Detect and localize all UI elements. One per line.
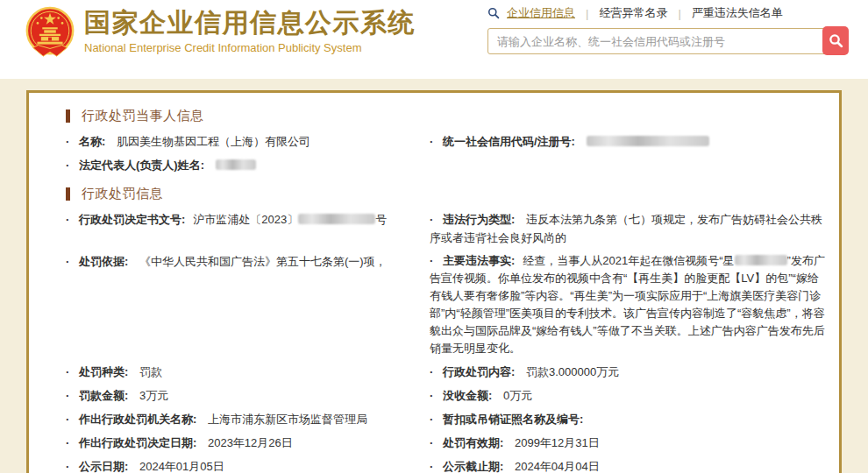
field-label: 统一社会信用代码/注册号: bbox=[443, 135, 575, 148]
field-value: 2023年12月26日 bbox=[208, 436, 293, 449]
field-value-suffix: 号 bbox=[375, 213, 387, 226]
site-header: 国家企业信用信息公示系统 National Enterprise Credit … bbox=[0, 0, 868, 79]
field-label: 暂扣或吊销证照名称及编号: bbox=[443, 413, 583, 426]
field-label: 公示截止期: bbox=[443, 460, 503, 473]
section-party: 行政处罚当事人信息 bbox=[66, 109, 830, 123]
field-fine-amount: 罚款金额: 3万元 bbox=[66, 386, 430, 405]
field-label: 没收金额: bbox=[443, 389, 492, 402]
search-input[interactable] bbox=[487, 28, 828, 54]
section-title-party: 行政处罚当事人信息 bbox=[82, 108, 204, 124]
field-row: 罚款金额: 3万元 没收金额: 0万元 bbox=[66, 386, 830, 405]
section-marker bbox=[66, 187, 70, 201]
field-row: 处罚依据: 《中华人民共和国广告法》第五十七条第(一)项， 主要违法事实:经查，… bbox=[66, 252, 830, 357]
field-row: 行政处罚决定书文号:沪市监浦处〔2023〕号 违法行为类型: 违反本法第九条第（… bbox=[66, 210, 830, 247]
field-penalty-basis: 处罚依据: 《中华人民共和国广告法》第五十七条第(一)项， bbox=[66, 252, 430, 357]
field-label: 名称: bbox=[79, 135, 105, 148]
national-emblem-icon bbox=[23, 5, 77, 61]
field-value: 罚款3.000000万元 bbox=[526, 365, 619, 378]
redacted-value bbox=[735, 255, 787, 265]
field-value: 2024年04月04日 bbox=[515, 460, 600, 473]
field-value: 0万元 bbox=[503, 389, 532, 402]
field-penalty-type: 处罚种类: 罚款 bbox=[66, 363, 430, 381]
field-value: 肌因美生物基因工程（上海）有限公司 bbox=[117, 135, 310, 148]
field-label: 法定代表人(负责人)姓名: bbox=[79, 159, 204, 172]
brand: 国家企业信用信息公示系统 National Enterprise Credit … bbox=[23, 5, 416, 61]
field-publicity-deadline: 公示截止期: 2024年04月04日 bbox=[430, 457, 830, 473]
section-marker bbox=[66, 109, 70, 123]
field-label: 违法行为类型: bbox=[443, 213, 515, 226]
field-penalty-content: 行政处罚内容: 罚款3.000000万元 bbox=[430, 363, 830, 381]
top-nav: 企业信用信息 | 经营异常名录 | 严重违法失信名单 bbox=[487, 4, 849, 22]
field-row: 公示日期: 2024年01月05日 公示截止期: 2024年04月04日 bbox=[66, 457, 830, 473]
field-label: 处罚种类: bbox=[79, 365, 128, 378]
section-title-penalty: 行政处罚信息 bbox=[82, 186, 163, 202]
nav-separator: | bbox=[586, 7, 588, 20]
search-button[interactable] bbox=[822, 26, 849, 55]
field-row: 作出行政处罚决定日期: 2023年12月26日 处罚有效期: 2099年12月3… bbox=[66, 434, 830, 452]
nav-serious-violation-list[interactable]: 严重违法失信名单 bbox=[692, 5, 783, 21]
field-credit-code: 统一社会信用代码/注册号: bbox=[430, 132, 830, 151]
field-confiscation-amount: 没收金额: 0万元 bbox=[430, 386, 830, 405]
field-violation-type: 违法行为类型: 违反本法第九条第（七）项规定，发布广告妨碍社会公共秩序或者违背社… bbox=[430, 210, 830, 247]
field-decision-number: 行政处罚决定书文号:沪市监浦处〔2023〕号 bbox=[66, 210, 430, 247]
site-subtitle: National Enterprise Credit Information P… bbox=[84, 41, 416, 54]
field-label: 公示日期: bbox=[79, 460, 128, 473]
field-value: 2099年12月31日 bbox=[515, 436, 600, 449]
field-row: 法定代表人(负责人)姓名: bbox=[66, 156, 830, 174]
nav-separator: | bbox=[678, 7, 680, 20]
field-value-suffix: ”发布广告宣传视频。你单位发布的视频中含有“【再生美】的脸更配【LV】的包”“嫁… bbox=[430, 254, 825, 355]
field-value: 《中华人民共和国广告法》第五十七条第(一)项， bbox=[139, 255, 387, 268]
search-area: 企业信用信息 | 经营异常名录 | 严重违法失信名单 bbox=[487, 4, 849, 56]
field-label: 行政处罚决定书文号: bbox=[79, 213, 185, 226]
field-value-prefix: 沪市监浦处〔2023〕 bbox=[193, 213, 298, 226]
search-icon bbox=[829, 33, 843, 48]
field-row: 名称: 肌因美生物基因工程（上海）有限公司 统一社会信用代码/注册号: bbox=[66, 132, 830, 151]
field-decision-date: 作出行政处罚决定日期: 2023年12月26日 bbox=[66, 434, 430, 452]
redacted-value bbox=[587, 136, 709, 146]
field-label: 主要违法事实: bbox=[443, 254, 515, 267]
field-penalty-validity-date: 处罚有效期: 2099年12月31日 bbox=[430, 434, 830, 452]
field-value: 2024年01月05日 bbox=[139, 460, 224, 473]
field-row: 作出行政处罚机关名称: 上海市浦东新区市场监督管理局 暂扣或吊销证照名称及编号: bbox=[66, 410, 830, 428]
section-penalty: 行政处罚信息 bbox=[66, 187, 830, 201]
search-icon bbox=[487, 7, 500, 19]
nav-abnormal-operation-list[interactable]: 经营异常名录 bbox=[599, 5, 667, 21]
field-label: 行政处罚内容: bbox=[443, 365, 515, 378]
site-title: 国家企业信用信息公示系统 bbox=[84, 6, 416, 39]
nav-enterprise-credit-info[interactable]: 企业信用信息 bbox=[507, 5, 575, 21]
field-publicity-date: 公示日期: 2024年01月05日 bbox=[66, 457, 430, 473]
field-company-name: 名称: 肌因美生物基因工程（上海）有限公司 bbox=[66, 132, 430, 151]
field-value: 罚款 bbox=[139, 365, 162, 378]
field-label: 处罚依据: bbox=[79, 255, 128, 268]
field-value-prefix: 经查，当事人从2021年起在微信视频号“星 bbox=[523, 254, 734, 267]
field-row: 处罚种类: 罚款 行政处罚内容: 罚款3.000000万元 bbox=[66, 363, 830, 381]
main-content: 行政处罚当事人信息 名称: 肌因美生物基因工程（上海）有限公司 统一社会信用代码… bbox=[0, 79, 868, 473]
field-label: 作出行政处罚决定日期: bbox=[79, 436, 196, 449]
search-bar bbox=[487, 26, 849, 56]
redacted-value bbox=[298, 214, 375, 224]
field-label: 罚款金额: bbox=[79, 389, 128, 402]
field-legal-representative: 法定代表人(负责人)姓名: bbox=[66, 156, 430, 174]
field-license-revocation: 暂扣或吊销证照名称及编号: bbox=[430, 410, 830, 428]
field-authority-name: 作出行政处罚机关名称: 上海市浦东新区市场监督管理局 bbox=[66, 410, 430, 428]
brand-text: 国家企业信用信息公示系统 National Enterprise Credit … bbox=[84, 5, 416, 61]
field-value: 3万元 bbox=[139, 389, 168, 402]
penalty-detail-card: 行政处罚当事人信息 名称: 肌因美生物基因工程（上海）有限公司 统一社会信用代码… bbox=[26, 90, 842, 473]
field-label: 作出行政处罚机关名称: bbox=[79, 413, 196, 426]
field-value: 上海市浦东新区市场监督管理局 bbox=[208, 413, 367, 426]
field-main-illegal-facts: 主要违法事实:经查，当事人从2021年起在微信视频号“星”发布广告宣传视频。你单… bbox=[430, 252, 830, 357]
redacted-value bbox=[216, 159, 256, 170]
field-label: 处罚有效期: bbox=[443, 436, 503, 449]
